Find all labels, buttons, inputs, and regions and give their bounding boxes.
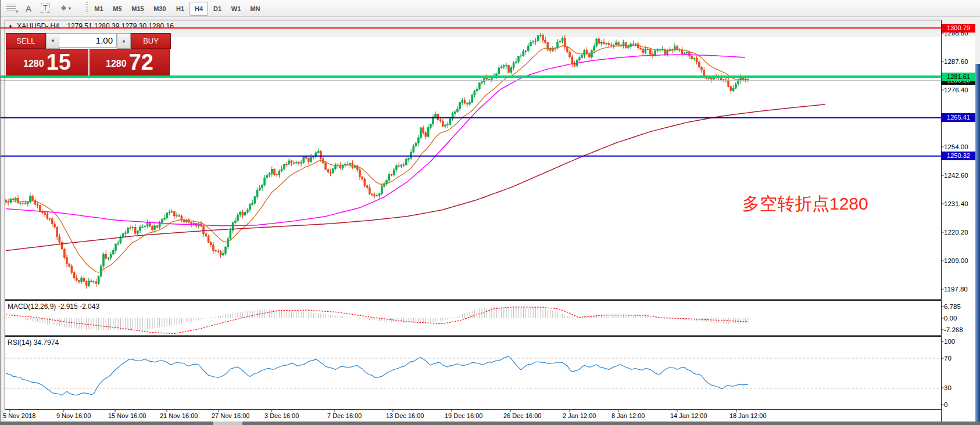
grid-dots	[6, 5, 16, 12]
price-tick-label: 1231.40	[944, 200, 968, 207]
date-tick-label: 14 Jan 12:00	[670, 412, 707, 419]
window-bottom-edge	[0, 422, 980, 425]
shapes-glyph: ❖	[60, 4, 67, 12]
date-tick-label: 27 Nov 16:00	[212, 412, 249, 419]
chart-window[interactable]	[0, 17, 980, 425]
ask-price-big: 72	[129, 52, 153, 73]
chart-title: ▲ XAUUSD-,H4 1279.51 1280.39 1279.30 128…	[8, 22, 174, 30]
volume-increase-button[interactable]: ▲	[117, 33, 131, 49]
bid-price-big: 15	[47, 52, 71, 73]
indicator-list-icon[interactable]: F	[5, 2, 20, 15]
price-tick-label: 1276.40	[944, 87, 968, 93]
ask-price-small: 1280	[106, 55, 127, 73]
date-tick-label: 19 Dec 16:00	[445, 412, 482, 419]
date-tick-label: 9 Nov 16:00	[56, 412, 91, 419]
grid-f-label: F	[16, 9, 19, 14]
price-tick-label: 1220.20	[944, 229, 968, 236]
toolbar: F A T ❖ ▾ M1M5M15M30H1H4D1W1MN	[0, 0, 980, 17]
date-tick-label: 18 Jan 12:00	[729, 412, 767, 419]
rsi-tick-label: 70	[944, 355, 952, 362]
timeframe-button-m15[interactable]: M15	[127, 2, 149, 16]
font-tool-icon[interactable]: A	[22, 2, 35, 15]
mt4-terminal: F A T ❖ ▾ M1M5M15M30H1H4D1W1MN ▲ XAUUSD-…	[0, 0, 980, 425]
date-tick-label: 8 Jan 12:00	[611, 412, 645, 419]
date-tick-label: 21 Nov 16:00	[160, 412, 198, 419]
chart-annotation: 多空转折点1280	[742, 192, 868, 216]
volume-decrease-button[interactable]: ▼	[46, 33, 60, 49]
window-right-edge	[975, 64, 980, 422]
price-tick-label: 1242.60	[944, 172, 968, 179]
date-tick-label: 2 Jan 12:00	[563, 412, 596, 419]
ask-quote-button[interactable]: 1280 72	[90, 49, 170, 75]
toolbar-separator	[86, 2, 88, 14]
timeframe-button-d1[interactable]: D1	[208, 2, 227, 16]
text-label-tool-icon[interactable]: T	[38, 2, 52, 15]
volume-input[interactable]	[59, 33, 117, 48]
price-tick-label: 1287.60	[944, 58, 968, 65]
window-left-edge	[0, 0, 1, 425]
timeframe-button-m5[interactable]: M5	[108, 2, 127, 16]
price-tick-label: 1197.80	[944, 286, 968, 293]
macd-tick-label: 0.00	[944, 315, 957, 322]
timeframe-button-m30[interactable]: M30	[149, 2, 171, 16]
date-tick-label: 3 Dec 16:00	[264, 412, 299, 419]
date-tick-label: 5 Nov 2018	[3, 412, 35, 419]
buy-button[interactable]: BUY	[131, 33, 171, 49]
bid-price-small: 1280	[23, 55, 44, 73]
macd-tick-label: -7.268	[944, 326, 963, 333]
price-badge: 1250.32	[942, 152, 975, 160]
symbol-label: XAUUSD-,H4	[17, 22, 59, 30]
price-badge: 1300.79	[942, 24, 975, 33]
collapse-marker-icon: ▲	[8, 23, 13, 28]
timeframe-button-mn[interactable]: MN	[245, 2, 265, 16]
price-tick-label: 1254.00	[944, 143, 968, 150]
shapes-tool-icon[interactable]: ❖ ▾	[56, 2, 76, 15]
timeframe-button-h1[interactable]: H1	[171, 2, 189, 16]
rsi-tick-label: 0	[944, 401, 947, 408]
font-a-glyph: A	[26, 3, 31, 13]
ohlc-values: 1279.51 1280.39 1279.30 1280.16	[67, 22, 174, 30]
date-tick-label: 15 Nov 16:00	[108, 412, 146, 419]
timeframe-button-w1[interactable]: W1	[227, 2, 245, 16]
bid-quote-button[interactable]: 1280 15	[6, 49, 88, 75]
chart-canvas[interactable]	[5, 37, 941, 425]
sell-button[interactable]: SELL	[6, 33, 46, 49]
text-t-glyph: T	[41, 3, 49, 13]
date-tick-label: 13 Dec 16:00	[386, 412, 424, 419]
macd-tick-label: 6.785	[944, 303, 961, 310]
rsi-tick-label: 100	[944, 338, 955, 345]
timeframe-button-h4[interactable]: H4	[189, 2, 208, 16]
timeframe-button-m1[interactable]: M1	[90, 2, 108, 16]
date-tick-label: 7 Dec 16:00	[327, 412, 362, 419]
date-tick-label: 26 Dec 16:00	[503, 412, 541, 419]
price-badge: 1265.41	[942, 113, 975, 122]
rsi-tick-label: 30	[944, 384, 952, 391]
macd-label: MACD(12,26,9) -2.915 -2.043	[8, 302, 99, 311]
price-tick-label: 1209.00	[944, 257, 968, 264]
price-badge: 1281.61	[942, 73, 975, 81]
rsi-label: RSI(14) 34.7974	[8, 338, 59, 347]
chevron-down-icon: ▾	[69, 6, 71, 11]
